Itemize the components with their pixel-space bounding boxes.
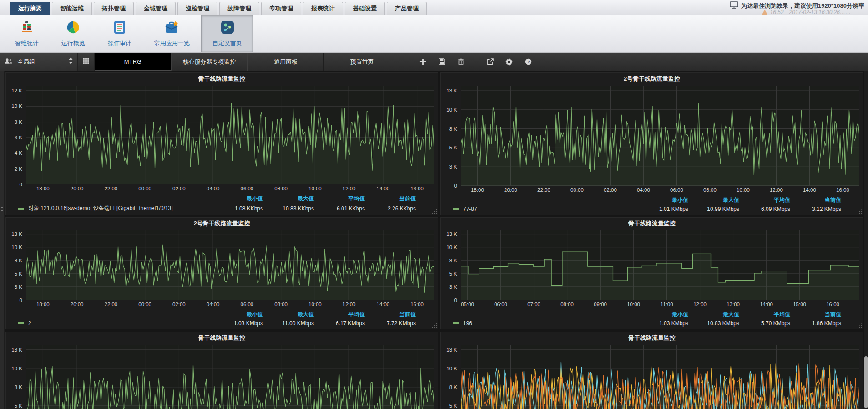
- chart-area: 13 K10 K8 K5 K3 K0: [441, 344, 863, 409]
- menu-tab-2[interactable]: 智能运维: [52, 2, 92, 15]
- menu-tab-6[interactable]: 故障管理: [219, 2, 259, 15]
- panel-title[interactable]: 2号骨干线路流量监控: [6, 218, 438, 230]
- legend-stat-header[interactable]: 最小值: [212, 195, 263, 203]
- legend-stat-header[interactable]: 平均值: [314, 195, 365, 203]
- legend-stat-value-current: 7.72 KMbps: [365, 320, 416, 327]
- x-tick-label: 15:00: [793, 302, 806, 307]
- legend-stat-header[interactable]: 当前值: [790, 311, 841, 318]
- menu-tab-8[interactable]: 报表统计: [303, 2, 343, 15]
- dashboard-tab-4[interactable]: 预置首页: [324, 53, 400, 71]
- menu-tab-3[interactable]: 拓扑管理: [94, 2, 134, 15]
- x-tick-label: 04:00: [637, 187, 650, 193]
- dashboard-tabs: MTRG核心服务器专项监控通用面板预置首页: [95, 53, 400, 71]
- chart-canvas[interactable]: [461, 86, 859, 186]
- shortcut-label: 常用应用一览: [154, 39, 190, 47]
- y-tick-label: 13 K: [446, 347, 457, 353]
- save-button[interactable]: [438, 58, 446, 66]
- legend-stat-header[interactable]: 最大值: [688, 311, 739, 318]
- y-axis: 13 K10 K8 K5 K3 K0: [6, 345, 26, 409]
- help-button[interactable]: ?: [524, 58, 532, 66]
- stats-blocks-icon: [20, 20, 34, 36]
- share-button[interactable]: [486, 58, 494, 66]
- chart-canvas[interactable]: [26, 230, 434, 300]
- panel-title[interactable]: 骨干线路流量监控: [6, 73, 438, 85]
- shortcut-item-4[interactable]: 常用应用一览: [143, 15, 201, 52]
- sidebar-collapse-strip[interactable]: [0, 71, 5, 409]
- legend-stat-header[interactable]: 最小值: [212, 311, 263, 318]
- delete-button[interactable]: [457, 58, 465, 66]
- panel-legend: 最小值最大值平均值当前值77-871.01 KMbps10.99 KMbps6.…: [441, 195, 863, 215]
- legend-stat-header[interactable]: 当前值: [365, 311, 416, 318]
- legend-stat-header[interactable]: 最大值: [263, 195, 314, 203]
- chart-canvas[interactable]: [461, 230, 859, 300]
- x-tick-label: 18:00: [36, 186, 50, 191]
- menu-tab-10[interactable]: 产品管理: [387, 2, 427, 15]
- legend-stat-header[interactable]: 最大值: [688, 196, 739, 204]
- legend-series-name[interactable]: 196: [453, 320, 637, 327]
- y-tick-label: 6 K: [15, 135, 22, 140]
- panel-title[interactable]: 2号骨干线路流量监控: [441, 73, 863, 85]
- y-tick-label: 5 K: [449, 271, 457, 276]
- x-tick-label: 16:00: [826, 302, 839, 307]
- chart-canvas[interactable]: [26, 86, 434, 184]
- legend-stat-header[interactable]: 当前值: [365, 195, 416, 203]
- legend-stat-header[interactable]: 平均值: [314, 311, 365, 318]
- legend-stat-header[interactable]: 最小值: [637, 196, 688, 204]
- dashboard-toolbar: 全局组 MTRG核心服务器专项监控通用面板预置首页 ?: [0, 53, 868, 71]
- x-tick-label: 06:00: [240, 186, 253, 191]
- legend-series-name[interactable]: 对象:121.0.0.16[sw-demo] 设备端口 [GigabitEthe…: [18, 204, 212, 212]
- shortcut-item-3[interactable]: 操作审计: [96, 15, 143, 52]
- legend-stat-header[interactable]: 最小值: [637, 311, 688, 318]
- y-tick-label: 13 K: [11, 347, 22, 353]
- legend-series-name[interactable]: 2: [18, 320, 212, 327]
- dashboard-tab-3[interactable]: 通用面板: [247, 53, 324, 71]
- legend-stat-header[interactable]: 最大值: [263, 311, 314, 318]
- y-axis: 13 K10 K8 K5 K3 K0: [441, 86, 461, 186]
- menu-tab-4[interactable]: 全域管理: [136, 2, 176, 15]
- chart-canvas[interactable]: [26, 345, 434, 409]
- y-tick-label: 12 K: [11, 88, 22, 93]
- legend-stat-header[interactable]: 当前值: [790, 196, 841, 204]
- menu-tab-1[interactable]: 运行摘要: [10, 2, 50, 15]
- audit-doc-icon: [113, 20, 126, 36]
- chart-area: 13 K10 K8 K5 K3 K0: [441, 85, 863, 186]
- grid-icon: [83, 58, 89, 66]
- settings-button[interactable]: [505, 58, 513, 66]
- menu-tab-7[interactable]: 专项管理: [261, 2, 301, 15]
- x-axis: 18:0020:0022:0000:0002:0004:0006:0008:00…: [461, 186, 859, 195]
- shortcut-item-2[interactable]: 运行概览: [50, 15, 96, 52]
- chart-canvas[interactable]: [461, 345, 859, 409]
- menu-tab-9[interactable]: 基础设置: [345, 2, 385, 15]
- menu-tab-5[interactable]: 巡检管理: [177, 2, 217, 15]
- vertical-scrollbar[interactable]: [864, 71, 868, 409]
- x-tick-label: 10:00: [308, 302, 322, 307]
- x-tick-label: 09:00: [594, 302, 607, 307]
- panel-legend: 最小值最大值平均值当前值21.03 KMbps11.00 KMbps6.17 K…: [6, 309, 438, 329]
- legend-stat-header[interactable]: 平均值: [739, 311, 790, 318]
- x-tick-label: 16:00: [410, 186, 424, 191]
- alert-ticker-text: 16:52 2017-02-13 16:30:26……: [770, 9, 851, 16]
- x-tick-label: 22:00: [537, 187, 550, 193]
- x-tick-label: 06:00: [494, 302, 507, 307]
- x-tick-label: 14:00: [376, 302, 389, 307]
- legend-stat-header[interactable]: 平均值: [739, 196, 790, 204]
- legend-stat-value-min: 1.01 KMbps: [637, 206, 688, 212]
- shortcut-item-5[interactable]: 自定义首页: [201, 15, 253, 52]
- add-panel-button[interactable]: [419, 58, 427, 66]
- panel-title[interactable]: 骨干线路流量监控: [441, 332, 863, 344]
- series-label: 2: [28, 320, 31, 327]
- dashboard-tab-1[interactable]: MTRG: [95, 53, 171, 71]
- panel-title[interactable]: 骨干线路流量监控: [441, 218, 863, 230]
- x-tick-label: 10:00: [627, 302, 640, 307]
- y-tick-label: 10 K: [11, 103, 22, 109]
- layout-grid-button[interactable]: [78, 53, 95, 71]
- scrollbar-thumb[interactable]: [864, 356, 868, 408]
- x-tick-label: 08:00: [274, 302, 288, 307]
- dashboard-tab-2[interactable]: 核心服务器专项监控: [171, 53, 247, 71]
- shortcut-item-1[interactable]: 智维统计: [4, 15, 50, 52]
- panel-title[interactable]: 骨干线路流量监控: [6, 332, 438, 344]
- legend-series-name[interactable]: 77-87: [453, 206, 637, 212]
- group-selector[interactable]: 全局组: [0, 53, 78, 71]
- legend-stat-value-max: 10.83 KMbps: [688, 320, 739, 327]
- x-tick-label: 02:00: [604, 187, 617, 193]
